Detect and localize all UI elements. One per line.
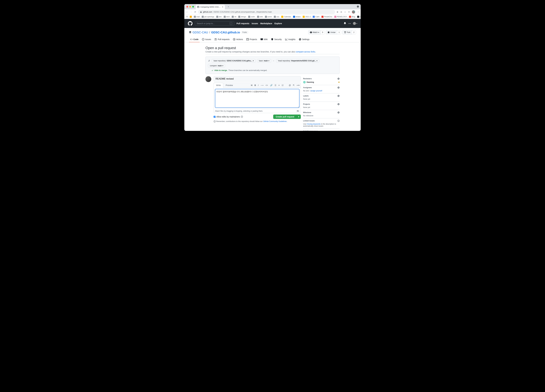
- author-avatar[interactable]: [205, 76, 211, 82]
- create-pull-request-button[interactable]: Create pull request ▾: [273, 115, 301, 119]
- info-icon[interactable]: [337, 120, 340, 122]
- bookmark-item[interactable]: eclass: [292, 16, 301, 18]
- reference-icon[interactable]: ⇱: [293, 84, 295, 87]
- link-icon[interactable]: 🔗: [270, 84, 272, 87]
- nav-explore[interactable]: Explore: [274, 22, 282, 25]
- compare-across-forks-link[interactable]: compare across forks: [296, 50, 315, 53]
- bookmark-item[interactable]: dev: [216, 16, 222, 18]
- pr-title-input[interactable]: [214, 76, 301, 81]
- reload-button[interactable]: ⟳: [194, 11, 197, 13]
- mention-icon[interactable]: @: [289, 84, 291, 87]
- compare-branch-select[interactable]: compare: main ▾: [208, 64, 225, 68]
- browser-tab[interactable]: Comparing GDSC-CAU:main... ✕: [196, 5, 225, 9]
- tab-security[interactable]: Security: [270, 37, 283, 42]
- bookmark-item[interactable]: Blog: [348, 16, 356, 18]
- apps-shortcut[interactable]: ⠿: [186, 16, 188, 18]
- bookmark-item[interactable]: [189, 16, 192, 18]
- url-path: /GDSC-CAU/GDSC-CAU.github.io/compare/mai…: [213, 11, 272, 13]
- github-search[interactable]: Search or jump to... /: [195, 21, 234, 26]
- bold-icon[interactable]: B: [254, 84, 256, 87]
- watch-button[interactable]: Watch▾ 0: [308, 30, 325, 34]
- gear-icon[interactable]: [337, 103, 340, 105]
- nav-pull-requests[interactable]: Pull requests: [236, 22, 249, 25]
- fork-button[interactable]: Fork 2: [342, 30, 356, 34]
- close-window[interactable]: [186, 6, 188, 8]
- tab-insights[interactable]: Insights: [284, 37, 297, 42]
- gear-icon[interactable]: [337, 87, 340, 89]
- forward-button[interactable]: →: [190, 11, 192, 13]
- back-button[interactable]: ←: [186, 11, 188, 13]
- close-tab-icon[interactable]: ✕: [222, 6, 223, 8]
- nav-issues[interactable]: Issues: [252, 22, 258, 25]
- tab-pull-requests[interactable]: Pull requests: [213, 37, 231, 42]
- preview-tab[interactable]: Preview: [223, 83, 235, 87]
- help-icon[interactable]: [241, 116, 243, 118]
- bookmark-item[interactable]: web: [256, 16, 263, 18]
- reviewer-item[interactable]: Heeming: [303, 81, 340, 83]
- star-icon[interactable]: ☆: [344, 11, 346, 13]
- bookmark-item[interactable]: tech: [223, 16, 230, 18]
- italic-icon[interactable]: I: [258, 84, 259, 87]
- community-guidelines-link[interactable]: GitHub Community Guidelines: [263, 120, 287, 122]
- tab-settings[interactable]: Settings: [298, 37, 311, 42]
- repo-owner-link[interactable]: GDSC-CAU: [192, 31, 208, 34]
- allow-edits-checkbox[interactable]: Allow edits by maintainers: [214, 116, 243, 118]
- nav-marketplace[interactable]: Marketplace: [260, 22, 272, 25]
- extensions-icon[interactable]: ✦: [348, 11, 350, 13]
- tab-projects[interactable]: Projects: [245, 37, 258, 42]
- menu-icon[interactable]: ⋮: [357, 11, 359, 13]
- code-icon[interactable]: <>: [266, 84, 268, 87]
- bookmark-item[interactable]: ott: [231, 16, 237, 18]
- gear-icon[interactable]: [337, 95, 340, 97]
- tab-actions[interactable]: Actions: [232, 37, 244, 42]
- base-branch-select[interactable]: base: main ▾: [257, 59, 271, 62]
- profile-avatar[interactable]: [352, 10, 355, 13]
- write-tab[interactable]: Write: [214, 83, 223, 88]
- bookmark-item[interactable]: job openings: [201, 16, 215, 18]
- bookmark-item[interactable]: PenielCho: [321, 16, 333, 18]
- create-pr-dropdown[interactable]: ▾: [297, 115, 301, 119]
- tab-code[interactable]: Code: [189, 37, 200, 42]
- bookmark-item[interactable]: mail: [193, 16, 200, 18]
- bookmark-item[interactable]: PENIELOGY: [334, 16, 347, 18]
- bookmark-item[interactable]: Calm: [312, 16, 320, 18]
- translate-icon[interactable]: ⊕: [337, 11, 338, 13]
- bookmark-item[interactable]: Calendar: [281, 16, 291, 18]
- quote-icon[interactable]: ⟶: [260, 84, 263, 87]
- head-repo-select[interactable]: head repository: thepenielcho/GDSC-CAU.g…: [276, 59, 319, 62]
- assign-yourself-link[interactable]: assign yourself: [310, 90, 322, 92]
- new-tab-button[interactable]: +: [226, 5, 230, 9]
- account-indicator[interactable]: [357, 6, 359, 8]
- ul-icon[interactable]: ☰: [274, 84, 276, 87]
- base-repo-select[interactable]: base repository: GDSC-CAU/GDSC-CAU.githu…: [212, 59, 256, 62]
- notifications-icon[interactable]: [344, 22, 346, 25]
- task-icon[interactable]: ☑: [282, 84, 284, 87]
- bookmark-item[interactable]: design: [238, 16, 247, 18]
- maximize-window[interactable]: [192, 6, 194, 8]
- closing-keywords-link[interactable]: Closing keywords: [307, 123, 321, 125]
- star-button[interactable]: Unstar 1: [326, 30, 341, 34]
- bookmark-item[interactable]: some: [264, 16, 272, 18]
- gear-icon[interactable]: [337, 112, 340, 113]
- user-menu[interactable]: ▾: [353, 22, 357, 25]
- url-field[interactable]: github.com/GDSC-CAU/GDSC-CAU.github.io/c…: [198, 10, 335, 14]
- bookmark-item[interactable]: cau: [273, 16, 280, 18]
- gear-icon[interactable]: [337, 78, 340, 80]
- heading-icon[interactable]: H: [251, 84, 252, 87]
- bookmark-item[interactable]: 2021-2: [302, 16, 311, 18]
- bookmark-item[interactable]: csdm: [248, 16, 256, 18]
- allow-edits-input[interactable]: [214, 116, 216, 118]
- comment-textarea[interactable]: [215, 89, 299, 108]
- repo-name-link[interactable]: GDSC-CAU.github.io: [211, 31, 240, 34]
- zoom-icon[interactable]: ⊖: [341, 11, 342, 13]
- create-menu[interactable]: +▾: [348, 22, 351, 25]
- markdown-badge-icon[interactable]: MD: [296, 110, 299, 112]
- ol-icon[interactable]: ≡: [279, 84, 280, 87]
- minimize-window[interactable]: [189, 6, 191, 8]
- reply-icon[interactable]: ↩▾: [297, 84, 299, 87]
- tab-issues[interactable]: Issues: [201, 37, 212, 42]
- tab-wiki[interactable]: Wiki: [259, 37, 269, 42]
- github-logo-icon[interactable]: [188, 21, 192, 26]
- attach-hint[interactable]: Attach files by dragging & dropping, sel…: [215, 110, 263, 112]
- bookmark-item[interactable]: GitHub: [357, 16, 361, 18]
